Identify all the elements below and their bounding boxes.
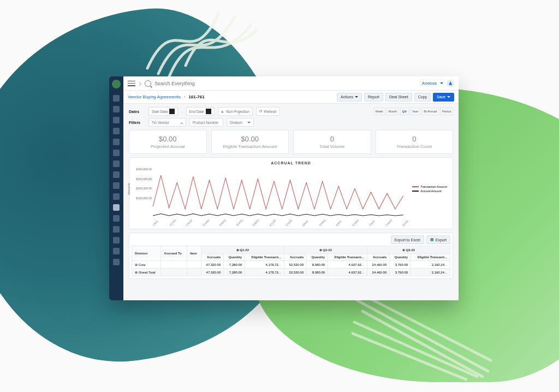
accrual-trend-chart: ACCRUAL TREND Amounts $400,000.00$300,00… xyxy=(129,157,453,229)
filter-bar: Dates Start Date - End Date ► Run Projec… xyxy=(129,107,453,127)
export-button[interactable]: ▦ Export xyxy=(426,235,450,244)
period-year[interactable]: Year xyxy=(410,108,420,115)
period-qtr[interactable]: Qtr xyxy=(400,108,409,115)
scribble-bottom xyxy=(352,295,493,382)
start-date-input[interactable]: Start Date xyxy=(148,107,178,116)
stat-eligible-amount: $0.00Eligible Transaction Amount xyxy=(211,130,289,154)
dates-label: Dates xyxy=(129,110,145,114)
trx-vendor-input[interactable]: ⌕ xyxy=(148,118,186,127)
sidebar-nav-icon[interactable] xyxy=(113,248,120,254)
sidebar-nav-icon[interactable] xyxy=(113,226,120,233)
user-name: Aneesa xyxy=(422,81,437,86)
export-excel-button[interactable]: Export to Excel xyxy=(391,235,424,244)
legend-label: Transaction Amount xyxy=(420,185,447,188)
scribble-top xyxy=(142,3,262,79)
sidebar-nav-icon[interactable] xyxy=(113,117,120,123)
breadcrumb-bar: Vendor Buying Agreements › 101-761 Actio… xyxy=(123,91,459,104)
logo-icon[interactable] xyxy=(112,80,121,88)
th-quantity[interactable]: Quantity xyxy=(390,254,411,261)
svg-text:$100,000.00: $100,000.00 xyxy=(136,197,152,200)
sidebar-nav-icon[interactable] xyxy=(113,259,120,265)
th-eligible[interactable]: Eligible Transacti... xyxy=(328,254,367,261)
svg-text:$200,000.00: $200,000.00 xyxy=(136,187,152,190)
chevron-down-icon xyxy=(247,122,251,123)
th-q1[interactable]: ⊕ Q1-22 xyxy=(201,246,284,254)
sidebar-nav-icon[interactable] xyxy=(113,106,120,112)
breadcrumb-id: 101-761 xyxy=(188,94,204,99)
user-menu[interactable]: Aneesa xyxy=(422,80,454,87)
table-row[interactable]: ⊕ Grand Total47,320.007,280.004,178,72..… xyxy=(132,269,450,276)
chevron-right-icon: › xyxy=(184,95,185,99)
app-window: › Aneesa Vendor Buying Agreements › 101-… xyxy=(109,76,459,300)
period-period[interactable]: Period xyxy=(440,108,453,115)
th-quantity[interactable]: Quantity xyxy=(307,254,328,261)
th-accrued-to[interactable]: Accrued To xyxy=(161,246,187,261)
excel-icon: ▦ xyxy=(430,237,434,242)
th-accruals[interactable]: Accruals xyxy=(284,254,306,261)
product-number-input[interactable] xyxy=(189,118,223,127)
period-selector: Week Month Qtr Year Bi-Annual Period xyxy=(373,108,453,115)
end-date-input[interactable]: End Date xyxy=(186,107,215,116)
search-icon: ⌕ xyxy=(181,121,183,124)
stat-cards: $0.00Projected Accrual $0.00Eligible Tra… xyxy=(129,130,453,154)
sidebar-nav-icon[interactable] xyxy=(113,139,120,145)
breadcrumb-root[interactable]: Vendor Buying Agreements xyxy=(128,94,181,99)
save-button[interactable]: Save xyxy=(433,93,454,102)
filters-label: Filters xyxy=(129,121,145,124)
division-select[interactable]: Division xyxy=(227,118,254,127)
legend-label: Accrual Amount xyxy=(420,189,442,193)
sidebar-nav-icon[interactable] xyxy=(113,171,120,178)
stat-total-volume: 0Total Volume xyxy=(293,130,371,154)
main-panel: › Aneesa Vendor Buying Agreements › 101-… xyxy=(123,76,459,300)
search-icon[interactable] xyxy=(145,80,151,87)
period-biannual[interactable]: Bi-Annual xyxy=(421,108,439,115)
dash-separator: - xyxy=(181,110,182,114)
legend-swatch xyxy=(412,186,419,187)
period-week[interactable]: Week xyxy=(373,108,385,115)
th-q2[interactable]: ⊕ Q2-22 xyxy=(284,246,367,254)
calendar-icon xyxy=(206,109,211,114)
actions-button[interactable]: Actions xyxy=(337,93,362,102)
chevron-down-icon xyxy=(355,96,358,98)
th-division[interactable]: Division xyxy=(132,246,161,261)
chevron-down-icon xyxy=(440,82,443,84)
copy-button[interactable]: Copy xyxy=(414,93,431,102)
avatar-icon xyxy=(447,80,454,87)
period-month[interactable]: Month xyxy=(386,108,399,115)
dealsheet-button[interactable]: Deal Sheet xyxy=(385,93,412,102)
sidebar-nav-icon[interactable] xyxy=(113,204,120,211)
report-button[interactable]: Report xyxy=(364,93,383,102)
chart-plot-area: $400,000.00$300,000.00$200,000.00$100,00… xyxy=(134,166,448,221)
th-eligible[interactable]: Eligible Transacti... xyxy=(411,254,450,261)
topbar: › Aneesa xyxy=(123,76,459,91)
chart-legend: Transaction Amount Accrual Amount xyxy=(412,185,447,194)
sidebar-nav-icon[interactable] xyxy=(113,95,120,102)
sidebar-nav-icon[interactable] xyxy=(113,193,120,200)
table-row[interactable]: ⊕ Corp47,320.007,280.004,178,72...52,520… xyxy=(132,261,450,269)
menu-icon[interactable] xyxy=(128,81,135,86)
search-input[interactable] xyxy=(154,81,419,86)
svg-text:$300,000.00: $300,000.00 xyxy=(136,177,152,181)
data-table-card: Export to Excel ▦ Export Division Accrue… xyxy=(129,233,453,279)
chart-xticks: 1/3/221/17/221/31/222/14/222/28/223/14/2… xyxy=(134,223,448,225)
sidebar-nav-icon[interactable] xyxy=(113,161,120,167)
th-q3[interactable]: ⊕ Q3-22 xyxy=(367,246,450,254)
sidebar-nav-icon[interactable] xyxy=(113,182,120,189)
run-projection-button[interactable]: ► Run Projection xyxy=(218,107,253,116)
sidebar-nav-icon[interactable] xyxy=(113,150,120,156)
chart-ylabel: Amounts xyxy=(127,183,130,195)
th-item[interactable]: Item xyxy=(187,246,201,261)
th-quantity[interactable]: Quantity xyxy=(224,254,245,261)
sidebar-nav-icon[interactable] xyxy=(113,237,120,243)
th-eligible[interactable]: Eligible Transacti... xyxy=(245,254,284,261)
sidebar-nav-icon[interactable] xyxy=(113,128,120,134)
accrual-table: Division Accrued To Item ⊕ Q1-22 ⊕ Q2-22… xyxy=(132,246,450,276)
content-area: Dates Start Date - End Date ► Run Projec… xyxy=(123,104,459,300)
sidebar-nav-icon[interactable] xyxy=(113,215,120,222)
chevron-right-icon: › xyxy=(139,79,141,88)
sidebar xyxy=(109,76,123,300)
stat-projected-accrual: $0.00Projected Accrual xyxy=(129,130,207,154)
th-accruals[interactable]: Accruals xyxy=(367,254,389,261)
th-accruals[interactable]: Accruals xyxy=(201,254,223,261)
refresh-button[interactable]: ⟳ Refresh xyxy=(256,107,280,116)
